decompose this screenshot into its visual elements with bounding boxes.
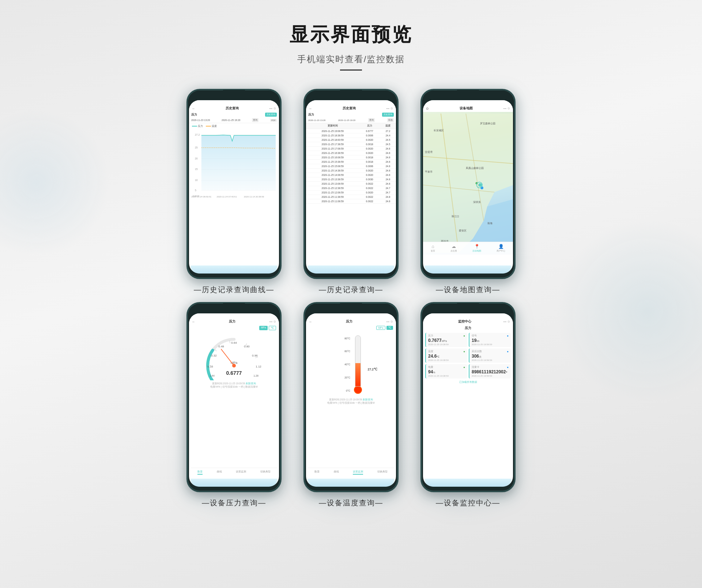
page-subtitle: 手机端实时查看/监控数据	[0, 53, 702, 65]
table-row: 2020-11-25 14:08:59 0.0020 24.6	[306, 173, 396, 177]
phones-grid: ← 历史查询 ••• ⊙ 压力 历史查询	[0, 89, 702, 508]
table-row: 2020-11-25 16:38:59 0.0020 24.6	[306, 151, 396, 155]
table-row: 2020-11-25 16:08:59 0.0018 24.6	[306, 155, 396, 160]
phone-pressure-gauge: ← 压力 •••⊙ MPa ℃	[186, 302, 282, 508]
svg-text:5: 5	[195, 189, 196, 192]
date-start: 2020-11-23 13:20	[191, 119, 210, 121]
phone-history-curve: ← 历史查询 ••• ⊙ 压力 历史查询	[186, 89, 282, 295]
svg-text:1.44: 1.44	[210, 374, 215, 377]
table-row: 2020-11-25 18:00:59 0.0020 24.5	[306, 138, 396, 142]
table-row: 2020-11-25 13:08:59 0.0022 24.6	[306, 182, 396, 186]
date-end: 2020-11-25 19:20	[222, 119, 240, 121]
phone-screen-4: ← 压力 •••⊙ MPa ℃	[189, 313, 279, 487]
svg-text:0.64: 0.64	[231, 341, 237, 344]
phone-notch-1	[223, 90, 245, 95]
svg-text:0.80: 0.80	[244, 345, 250, 348]
svg-text:交堤湾: 交堤湾	[425, 151, 433, 154]
svg-text:罗宝森林公园: 罗宝森林公园	[480, 122, 495, 125]
table-row: 2020-11-25 15:08:59 0.0006 24.6	[306, 164, 396, 169]
phones-row-1: ← 历史查询 ••• ⊙ 压力 历史查询	[186, 89, 516, 295]
table-row: 2020-11-25 12:08:59 0.0020 24.7	[306, 191, 396, 195]
phones-row-2: ← 压力 •••⊙ MPa ℃	[186, 302, 516, 508]
caption-device-map: —设备地图查询—	[436, 285, 500, 295]
caption-monitor-center: —设备监控中心—	[436, 498, 500, 508]
table-row: 2020-11-25 11:08:59 0.0022 24.6	[306, 199, 396, 204]
svg-text:0.48: 0.48	[218, 345, 224, 348]
divider	[340, 69, 362, 71]
table-row: 2020-11-25 15:38:59 0.0018 24.6	[306, 160, 396, 164]
caption-history-curve: —历史记录查询曲线—	[194, 285, 274, 295]
phone-screen-5: ← 压力 •••⊙ MPa ℃ 80°C	[306, 313, 396, 487]
phone-screen-6: 监控中心 •••⊙ 压力 压力 ● 0.7677MPa 2020-11-25 1…	[423, 313, 513, 487]
screen2-title: 历史查询	[343, 106, 356, 111]
phone-notch-6	[457, 303, 479, 308]
svg-text:凤凰山森林公园: 凤凰山森林公园	[466, 167, 484, 169]
phone-screen-1: ← 历史查询 ••• ⊙ 压力 历史查询	[189, 100, 279, 274]
table-row: 2020-11-25 17:08:59 0.0020 24.6	[306, 147, 396, 151]
btn-history1[interactable]: 历史查询	[265, 113, 277, 117]
svg-text:深圳东: 深圳东	[473, 201, 481, 203]
phone-shell-5: ← 压力 •••⊙ MPa ℃ 80°C	[303, 302, 399, 492]
svg-text:0.32: 0.32	[211, 354, 217, 357]
screen3-title: 设备地图	[460, 106, 473, 111]
svg-text:长安城区: 长安城区	[434, 129, 444, 132]
svg-text:15: 15	[195, 168, 198, 170]
svg-text:1.12: 1.12	[256, 365, 261, 368]
phone-temperature: ← 压力 •••⊙ MPa ℃ 80°C	[303, 302, 399, 508]
svg-text:0.96: 0.96	[252, 354, 258, 357]
phone-notch-5	[340, 303, 362, 308]
svg-text:2020-11-14
20:38:59: 2020-11-14 20:38:59	[244, 196, 264, 198]
svg-text:爱安区: 爱安区	[459, 229, 467, 232]
phone-device-map: ⊙ 设备地图 •••⊙	[420, 89, 516, 295]
table-row: 2020-11-25 13:38:59 0.0030 24.6	[306, 177, 396, 182]
screen1-title: 历史查询	[226, 106, 239, 111]
phone-notch-4	[223, 303, 245, 308]
svg-text:1.28: 1.28	[253, 374, 258, 377]
data-card: 温度 ● 24.6℃ 2020-11-25 19:38:59	[425, 348, 467, 363]
phone-notch-2	[340, 90, 362, 95]
monitor-footer: 已加载所有数据	[423, 379, 513, 385]
phone-shell-2: ← 历史查询 •••⊙ 压力 历史查询 2020-11-23 13:20	[303, 89, 399, 279]
table-row: 2020-11-25 14:38:59 0.0020 24.6	[306, 169, 396, 173]
svg-text:0.16: 0.16	[207, 365, 213, 368]
svg-point-30	[478, 183, 482, 187]
svg-text:20: 20	[195, 157, 198, 160]
table-row: 2020-11-25 19:08:59 0.6777 27.2	[306, 129, 396, 133]
phone-screen-3: ⊙ 设备地图 •••⊙	[423, 100, 513, 274]
svg-text:0.6777: 0.6777	[226, 370, 242, 376]
phone-shell-3: ⊙ 设备地图 •••⊙	[420, 89, 516, 279]
svg-text:珠江口: 珠江口	[452, 215, 459, 218]
data-card: 流量卡 ● 89861119212002- 2020-11-25 19:59:5…	[469, 364, 511, 378]
svg-text:2020-11-24
07:40:51: 2020-11-24 07:40:51	[217, 196, 237, 198]
phone-shell-6: 监控中心 •••⊙ 压力 压力 ● 0.7677MPa 2020-11-25 1…	[420, 302, 516, 492]
caption-history-list: —历史记录查询—	[319, 285, 383, 295]
svg-text:27.2: 27.2	[195, 133, 200, 136]
svg-line-38	[214, 349, 216, 351]
svg-text:2020-11-24
08:50:51: 2020-11-24 08:50:51	[191, 196, 212, 198]
page-title: 显示界面预览	[0, 22, 702, 48]
data-card: 压力 ● 0.7677MPa 2020-11-25 19:38:59	[425, 333, 467, 347]
phone-shell-4: ← 压力 •••⊙ MPa ℃	[186, 302, 282, 492]
svg-text:25: 25	[195, 146, 198, 149]
svg-text:珠海: 珠海	[487, 222, 492, 225]
table-row: 2020-11-25 17:38:59 0.0018 24.5	[306, 142, 396, 147]
data-card: 采后次数 ● 306次 2020-11-25 19:59:59	[469, 348, 511, 363]
caption-temperature: —设备温度查询—	[319, 498, 383, 508]
phone-history-list: ← 历史查询 •••⊙ 压力 历史查询 2020-11-23 13:20	[303, 89, 399, 295]
phone-notch-3	[457, 90, 479, 95]
table-row: 2020-11-25 12:38:59 0.0022 24.7	[306, 186, 396, 191]
page-wrapper: 显示界面预览 手机端实时查看/监控数据 ← 历史查询 ••• ⊙	[0, 0, 702, 537]
table-row: 2020-11-25 18:38:59 0.0006 24.4	[306, 133, 396, 138]
svg-text:平泉市: 平泉市	[425, 170, 433, 173]
data-card: 电量 ● 94% 2020-11-25 19:38:59	[425, 364, 467, 378]
phone-screen-2: ← 历史查询 •••⊙ 压力 历史查询 2020-11-23 13:20	[306, 100, 396, 274]
caption-pressure-gauge: —设备压力查询—	[202, 498, 266, 508]
svg-line-52	[221, 349, 234, 366]
table-row: 2020-11-25 11:38:59 0.0022 24.8	[306, 195, 396, 199]
svg-text:10: 10	[195, 179, 198, 181]
data-card: 信号 ● 19db 2020-11-25 19:59:59	[469, 333, 511, 347]
svg-point-53	[232, 364, 236, 368]
phone-monitor-center: 监控中心 •••⊙ 压力 压力 ● 0.7677MPa 2020-11-25 1…	[420, 302, 516, 508]
phone-shell-1: ← 历史查询 ••• ⊙ 压力 历史查询	[186, 89, 282, 279]
